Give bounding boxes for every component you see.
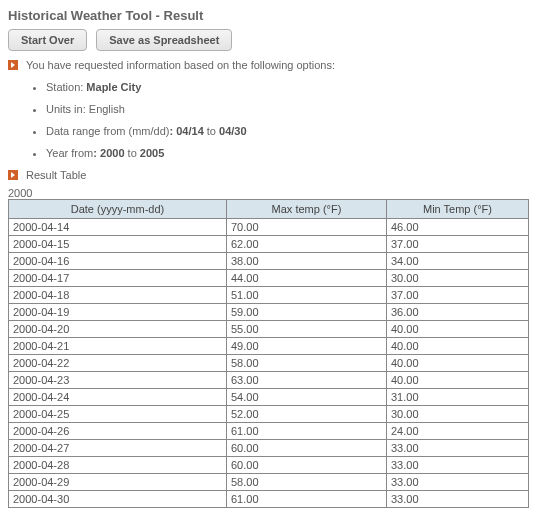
result-table-label: Result Table (26, 169, 86, 181)
start-over-button[interactable]: Start Over (8, 29, 87, 51)
option-year-range: Year from: 2000 to 2005 (46, 147, 528, 159)
cell-date: 2000-04-16 (9, 253, 227, 270)
cell-min: 33.00 (387, 491, 529, 508)
table-row: 2000-04-2149.0040.00 (9, 338, 529, 355)
table-row: 2000-04-1959.0036.00 (9, 304, 529, 321)
cell-date: 2000-04-30 (9, 491, 227, 508)
option-year-from: 2000 (100, 147, 124, 159)
range-sep-to: to (204, 125, 219, 137)
cell-min: 37.00 (387, 236, 529, 253)
cell-min: 33.00 (387, 457, 529, 474)
cell-date: 2000-04-21 (9, 338, 227, 355)
cell-min: 24.00 (387, 423, 529, 440)
table-row: 2000-04-1638.0034.00 (9, 253, 529, 270)
table-row: 2000-04-2860.0033.00 (9, 457, 529, 474)
result-table: Date (yyyy-mm-dd) Max temp (°F) Min Temp… (8, 199, 529, 508)
cell-max: 61.00 (227, 423, 387, 440)
option-units-value: English (89, 103, 125, 115)
table-header-row: Date (yyyy-mm-dd) Max temp (°F) Min Temp… (9, 200, 529, 219)
option-units: Units in: English (46, 103, 528, 115)
cell-date: 2000-04-15 (9, 236, 227, 253)
request-summary-text: You have requested information based on … (26, 59, 335, 71)
cell-max: 60.00 (227, 457, 387, 474)
cell-date: 2000-04-18 (9, 287, 227, 304)
cell-min: 36.00 (387, 304, 529, 321)
cell-date: 2000-04-14 (9, 219, 227, 236)
option-units-label: Units in: (46, 103, 89, 115)
table-year-heading: 2000 (8, 187, 528, 199)
table-row: 2000-04-2760.0033.00 (9, 440, 529, 457)
cell-date: 2000-04-29 (9, 474, 227, 491)
cell-min: 37.00 (387, 287, 529, 304)
option-station-label: Station: (46, 81, 86, 93)
cell-date: 2000-04-23 (9, 372, 227, 389)
cell-min: 31.00 (387, 389, 529, 406)
option-data-range: Data range from (mm/dd): 04/14 to 04/30 (46, 125, 528, 137)
cell-date: 2000-04-28 (9, 457, 227, 474)
cell-max: 58.00 (227, 474, 387, 491)
cell-max: 61.00 (227, 491, 387, 508)
cell-max: 49.00 (227, 338, 387, 355)
table-row: 2000-04-1851.0037.00 (9, 287, 529, 304)
cell-date: 2000-04-25 (9, 406, 227, 423)
col-min: Min Temp (°F) (387, 200, 529, 219)
cell-date: 2000-04-27 (9, 440, 227, 457)
option-year-to: 2005 (140, 147, 164, 159)
cell-max: 70.00 (227, 219, 387, 236)
toolbar: Start Over Save as Spreadsheet (8, 29, 528, 51)
cell-max: 51.00 (227, 287, 387, 304)
cell-max: 62.00 (227, 236, 387, 253)
cell-date: 2000-04-19 (9, 304, 227, 321)
table-row: 2000-04-1744.0030.00 (9, 270, 529, 287)
table-row: 2000-04-1562.0037.00 (9, 236, 529, 253)
arrow-right-icon (8, 170, 18, 180)
save-spreadsheet-button[interactable]: Save as Spreadsheet (96, 29, 232, 51)
table-row: 2000-04-1470.0046.00 (9, 219, 529, 236)
cell-min: 30.00 (387, 270, 529, 287)
cell-max: 59.00 (227, 304, 387, 321)
result-table-heading: Result Table (8, 169, 528, 181)
arrow-right-icon (8, 60, 18, 70)
cell-min: 33.00 (387, 440, 529, 457)
page-title: Historical Weather Tool - Result (8, 8, 528, 23)
table-row: 2000-04-2258.0040.00 (9, 355, 529, 372)
cell-date: 2000-04-20 (9, 321, 227, 338)
request-summary-line: You have requested information based on … (8, 59, 528, 71)
cell-min: 40.00 (387, 338, 529, 355)
table-row: 2000-04-3061.0033.00 (9, 491, 529, 508)
col-max: Max temp (°F) (227, 200, 387, 219)
option-station: Station: Maple City (46, 81, 528, 93)
cell-max: 55.00 (227, 321, 387, 338)
cell-max: 58.00 (227, 355, 387, 372)
cell-min: 40.00 (387, 372, 529, 389)
option-range-from: 04/14 (176, 125, 204, 137)
cell-date: 2000-04-24 (9, 389, 227, 406)
table-row: 2000-04-2454.0031.00 (9, 389, 529, 406)
table-row: 2000-04-2055.0040.00 (9, 321, 529, 338)
cell-max: 63.00 (227, 372, 387, 389)
cell-max: 60.00 (227, 440, 387, 457)
cell-max: 44.00 (227, 270, 387, 287)
cell-min: 40.00 (387, 355, 529, 372)
table-row: 2000-04-2363.0040.00 (9, 372, 529, 389)
cell-min: 40.00 (387, 321, 529, 338)
table-row: 2000-04-2552.0030.00 (9, 406, 529, 423)
cell-min: 34.00 (387, 253, 529, 270)
cell-max: 52.00 (227, 406, 387, 423)
option-year-label: Year from (46, 147, 93, 159)
option-range-label: Data range from (mm/dd) (46, 125, 169, 137)
cell-date: 2000-04-22 (9, 355, 227, 372)
year-sep-to: to (125, 147, 140, 159)
option-station-value: Maple City (86, 81, 141, 93)
cell-max: 38.00 (227, 253, 387, 270)
col-date: Date (yyyy-mm-dd) (9, 200, 227, 219)
request-options-list: Station: Maple City Units in: English Da… (46, 81, 528, 159)
cell-min: 46.00 (387, 219, 529, 236)
cell-min: 33.00 (387, 474, 529, 491)
cell-date: 2000-04-17 (9, 270, 227, 287)
option-range-to: 04/30 (219, 125, 247, 137)
table-row: 2000-04-2661.0024.00 (9, 423, 529, 440)
cell-max: 54.00 (227, 389, 387, 406)
cell-date: 2000-04-26 (9, 423, 227, 440)
cell-min: 30.00 (387, 406, 529, 423)
